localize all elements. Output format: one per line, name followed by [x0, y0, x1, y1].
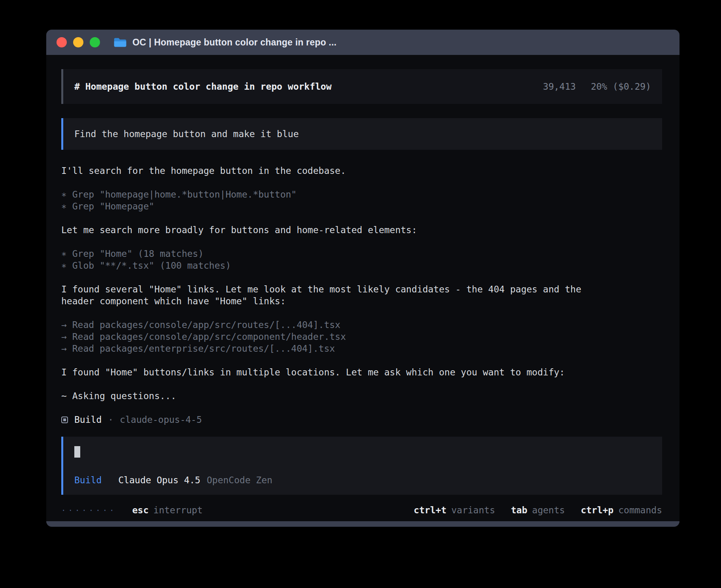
tool-call-group: ∗ Grep "Home" (18 matches) ∗ Glob "**/*.… — [61, 248, 662, 271]
token-count: 39,413 — [543, 81, 576, 92]
tool-call-glob: ∗ Glob "**/*.tsx" (100 matches) — [61, 260, 662, 271]
window-bottom-edge — [46, 521, 679, 527]
traffic-lights — [57, 37, 100, 47]
assistant-paragraph: I found several "Home" links. Let me loo… — [61, 283, 662, 307]
shortcut-label: variants — [451, 504, 495, 516]
close-button[interactable] — [57, 37, 67, 47]
shortcut-key: esc — [132, 504, 149, 516]
context-usage: 20% ($0.29) — [591, 81, 651, 92]
shortcut-label: agents — [532, 504, 565, 516]
window-titlebar[interactable]: OC | Homepage button color change in rep… — [46, 30, 679, 55]
session-title: # Homepage button color change in repo w… — [74, 81, 332, 92]
provider-label: OpenCode Zen — [207, 474, 272, 486]
agent-name: Build — [74, 414, 102, 426]
terminal-window: OC | Homepage button color change in rep… — [46, 30, 679, 527]
shortcut-label: interrupt — [153, 504, 203, 516]
text-cursor — [74, 446, 80, 458]
status-bar-left: ········ esc interrupt — [61, 504, 203, 516]
minimize-button[interactable] — [73, 37, 83, 47]
shortcut-variants: ctrl+t variants — [414, 504, 495, 516]
window-title: OC | Homepage button color change in rep… — [132, 37, 336, 48]
shortcut-label: commands — [618, 504, 662, 516]
tool-call-grep: ∗ Grep "Home" (18 matches) — [61, 248, 662, 260]
user-message-text: Find the homepage button and make it blu… — [74, 128, 299, 140]
model-label: Claude Opus 4.5 — [118, 474, 200, 486]
tool-call-grep: ∗ Grep "Homepage" — [61, 200, 662, 212]
session-stats: 39,413 20% ($0.29) — [543, 81, 651, 92]
agent-model: claude-opus-4-5 — [120, 414, 202, 426]
tool-call-read: → Read packages/enterprise/src/routes/[.… — [61, 343, 662, 354]
mode-label: Build — [74, 474, 102, 486]
shortcut-commands: ctrl+p commands — [581, 504, 662, 516]
shortcut-agents: tab agents — [511, 504, 565, 516]
agent-icon — [61, 416, 68, 423]
assistant-paragraph-line: I found several "Home" links. Let me loo… — [61, 283, 662, 295]
zoom-button[interactable] — [90, 37, 100, 47]
agent-separator: · — [108, 414, 113, 426]
assistant-paragraph: I found "Home" buttons/links in multiple… — [61, 366, 662, 378]
shortcut-interrupt: esc interrupt — [132, 504, 203, 516]
tool-call-read: → Read packages/console/app/src/routes/[… — [61, 319, 662, 331]
tool-call-group: → Read packages/console/app/src/routes/[… — [61, 319, 662, 354]
session-header: # Homepage button color change in repo w… — [61, 69, 662, 104]
prompt-input[interactable]: Build Claude Opus 4.5 OpenCode Zen — [61, 437, 662, 495]
terminal-content: # Homepage button color change in repo w… — [46, 55, 679, 521]
activity-dots: ········ — [61, 504, 117, 516]
title-group: OC | Homepage button color change in rep… — [113, 37, 336, 48]
tool-call-read: → Read packages/console/app/src/componen… — [61, 331, 662, 343]
assistant-paragraph: I'll search for the homepage button in t… — [61, 165, 662, 177]
tool-call-grep: ∗ Grep "homepage|home.*button|Home.*butt… — [61, 188, 662, 200]
assistant-paragraph: Let me search more broadly for buttons a… — [61, 224, 662, 236]
shortcut-key: ctrl+t — [414, 504, 447, 516]
shortcut-key: tab — [511, 504, 527, 516]
folder-icon — [113, 37, 127, 48]
shortcut-key: ctrl+p — [581, 504, 613, 516]
activity-status: ~ Asking questions... — [61, 390, 662, 402]
input-footer: Build Claude Opus 4.5 OpenCode Zen — [74, 474, 651, 486]
assistant-paragraph-line: header component which have "Home" links… — [61, 295, 662, 307]
status-bar-right: ctrl+t variants tab agents ctrl+p comman… — [414, 504, 662, 516]
tool-call-group: ∗ Grep "homepage|home.*button|Home.*butt… — [61, 188, 662, 212]
user-message: Find the homepage button and make it blu… — [61, 118, 662, 150]
status-bar: ········ esc interrupt ctrl+t variants t… — [61, 503, 662, 517]
agent-attribution: Build · claude-opus-4-5 — [61, 414, 662, 426]
